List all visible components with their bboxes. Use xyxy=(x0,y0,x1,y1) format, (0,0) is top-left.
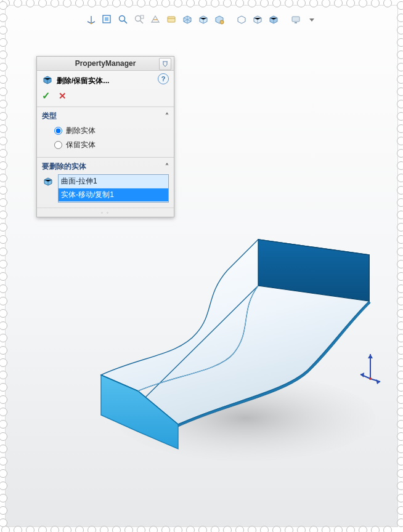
stamp-scallop xyxy=(124,526,133,532)
svg-point-7 xyxy=(220,20,224,24)
iso-icon[interactable] xyxy=(197,13,210,26)
svg-point-3 xyxy=(120,16,125,22)
view-orientation-triad[interactable] xyxy=(358,350,383,387)
stamp-scallop xyxy=(397,494,403,502)
stamp-scallop xyxy=(397,161,403,170)
display-style-icon[interactable] xyxy=(235,13,248,26)
chevron-up-icon: ˄ xyxy=(165,163,169,171)
heads-up-toolbar xyxy=(6,13,397,26)
stamp-scallop xyxy=(397,198,403,207)
ok-button[interactable]: ✓ xyxy=(42,90,50,102)
shaded-icon[interactable] xyxy=(267,13,280,26)
stamp-scallop xyxy=(397,248,403,256)
view-settings-icon[interactable] xyxy=(181,13,194,26)
stamp-scallop xyxy=(397,272,403,281)
triad-icon[interactable] xyxy=(84,13,98,26)
stamp-scallop xyxy=(397,395,403,404)
stamp-scallop xyxy=(397,235,403,244)
pm-title-bar[interactable]: PropertyManager xyxy=(37,57,174,71)
stamp-scallop xyxy=(397,100,403,108)
model-surface-body[interactable] xyxy=(79,227,388,474)
bodies-selection-list[interactable]: 曲面-拉伸1 实体-移动/复制1 xyxy=(58,174,169,203)
stamp-scallop xyxy=(397,38,403,47)
stamp-scallop xyxy=(397,1,403,10)
cancel-button[interactable]: ✕ xyxy=(59,91,67,102)
pm-feature-name: 删除/保留实体... xyxy=(57,76,109,86)
radio-delete-input[interactable] xyxy=(54,127,62,135)
pm-resize-handle[interactable]: ◦ ◦ xyxy=(37,208,174,217)
stamp-scallop xyxy=(397,482,403,490)
stamp-scallop xyxy=(397,383,403,392)
stamp-scallop xyxy=(397,211,403,219)
stamp-scallop xyxy=(235,526,244,532)
radio-keep-input[interactable] xyxy=(54,141,62,149)
zoom-window-icon[interactable] xyxy=(100,13,114,26)
stamp-scallop xyxy=(137,526,145,532)
dropdown-icon[interactable] xyxy=(305,13,319,26)
pm-section-bodies-header[interactable]: 要删除的实体 ˄ xyxy=(42,161,169,174)
stamp-scallop xyxy=(397,445,403,453)
property-manager-panel: PropertyManager 删除/保留实体... ? ✓ ✕ 类型 xyxy=(36,56,174,217)
stamp-scallop xyxy=(397,124,403,133)
stamp-scallop xyxy=(223,526,232,532)
stamp-scallop xyxy=(371,526,380,532)
pm-section-type: 类型 ˄ 删除实体 保留实体 xyxy=(37,107,174,157)
graphics-viewport[interactable]: PropertyManager 删除/保留实体... ? ✓ ✕ 类型 xyxy=(5,5,398,527)
pin-icon[interactable] xyxy=(159,58,171,70)
stamp-scallop xyxy=(397,149,403,158)
stamp-scallop xyxy=(397,50,403,59)
svg-point-0 xyxy=(91,23,92,25)
zoom-fit-icon[interactable] xyxy=(116,13,130,26)
stamp-scallop xyxy=(397,420,403,429)
radio-keep-label: 保留实体 xyxy=(66,140,96,150)
bodies-select-icon xyxy=(42,175,54,188)
stamp-scallop xyxy=(14,526,22,532)
hlr-icon[interactable] xyxy=(251,13,264,26)
stamp-scallop xyxy=(186,526,195,532)
list-item[interactable]: 实体-移动/复制1 xyxy=(59,188,168,202)
stamp-scallop xyxy=(38,526,47,532)
stamp-scallop xyxy=(397,408,403,416)
stamp-scallop xyxy=(272,526,281,532)
stamp-scallop xyxy=(397,297,403,305)
svg-point-11 xyxy=(369,377,372,380)
stamp-scallop xyxy=(397,518,403,527)
monitor-icon[interactable] xyxy=(289,13,303,26)
stamp-scallop xyxy=(397,506,403,515)
stamp-scallop xyxy=(161,526,170,532)
stamp-scallop xyxy=(397,432,403,441)
help-icon[interactable]: ? xyxy=(158,73,169,84)
appearance-icon[interactable] xyxy=(165,13,178,26)
chevron-up-icon: ˄ xyxy=(165,112,169,121)
stamp-scallop xyxy=(346,526,355,532)
stamp-scallop xyxy=(397,371,403,379)
stamp-scallop xyxy=(397,75,403,84)
pm-section-type-header[interactable]: 类型 ˄ xyxy=(42,111,169,124)
list-item[interactable]: 曲面-拉伸1 xyxy=(59,175,168,188)
stamp-scallop xyxy=(309,526,318,532)
stamp-scallop xyxy=(397,334,403,342)
stamp-scallop xyxy=(397,346,403,355)
radio-keep-body[interactable]: 保留实体 xyxy=(42,138,169,152)
stamp-scallop xyxy=(397,87,403,96)
stamp-scallop xyxy=(397,457,403,465)
stamp-scallop xyxy=(248,526,256,532)
zoom-area-icon[interactable] xyxy=(132,13,146,26)
svg-rect-8 xyxy=(292,17,299,22)
pm-section-type-title: 类型 xyxy=(42,111,57,121)
stamp-scallop xyxy=(383,526,392,532)
stamp-scallop xyxy=(149,526,158,532)
radio-delete-body[interactable]: 删除实体 xyxy=(42,124,169,138)
stamp-scallop xyxy=(397,174,403,182)
stamp-scallop xyxy=(397,260,403,268)
view-selector-icon[interactable] xyxy=(213,13,226,26)
stamp-scallop xyxy=(397,26,403,34)
section-icon[interactable] xyxy=(149,13,162,26)
stamp-scallop xyxy=(174,526,182,532)
stamp-scallop xyxy=(359,526,367,532)
pm-confirm-row: ✓ ✕ xyxy=(37,89,174,107)
stamp-scallop xyxy=(334,526,343,532)
stamp-scallop xyxy=(397,284,403,293)
stamp-scallop xyxy=(397,469,403,478)
svg-rect-6 xyxy=(168,17,175,22)
